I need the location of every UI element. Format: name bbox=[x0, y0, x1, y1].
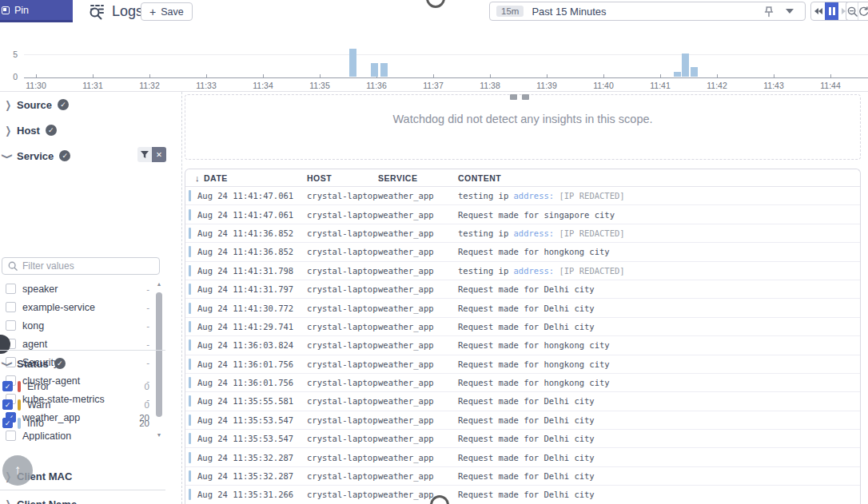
log-host: crystal-laptop bbox=[307, 453, 378, 462]
status-value-row[interactable]: ✓Warn0 bbox=[0, 395, 154, 414]
column-host-label[interactable]: HOST bbox=[307, 173, 378, 183]
chevron-down-icon[interactable] bbox=[786, 9, 794, 14]
log-row[interactable]: Aug 24 11:35:32.287crystal-laptopweather… bbox=[185, 448, 860, 466]
log-row[interactable]: Aug 24 11:36:01.756crystal-laptopweather… bbox=[185, 355, 860, 374]
time-range-badge: 15m bbox=[496, 6, 524, 17]
log-row[interactable]: Aug 24 11:36:03.824crystal-laptopweather… bbox=[185, 336, 860, 355]
log-service: weather_app bbox=[378, 453, 458, 462]
gridline-5 bbox=[24, 54, 868, 55]
save-button[interactable]: + Save bbox=[141, 2, 193, 21]
status-value-count: 0 bbox=[145, 400, 149, 410]
log-row[interactable]: Aug 24 11:35:32.287crystal-laptopweather… bbox=[185, 467, 860, 486]
service-checkbox[interactable] bbox=[6, 302, 16, 312]
log-date: Aug 24 11:36:03.824 bbox=[197, 340, 307, 350]
log-host: crystal-laptop bbox=[307, 340, 378, 350]
x-tick-label: 11:44 bbox=[813, 81, 848, 90]
log-date: Aug 24 11:35:53.547 bbox=[197, 434, 307, 443]
log-row[interactable]: Aug 24 11:41:47.061crystal-laptopweather… bbox=[185, 187, 860, 205]
pushpin-icon[interactable] bbox=[763, 6, 774, 18]
status-value-label: Info bbox=[27, 418, 44, 429]
log-status-bar bbox=[189, 395, 191, 407]
service-checkbox[interactable] bbox=[6, 284, 16, 294]
scrollbar-up-icon[interactable]: ▲ bbox=[155, 281, 163, 287]
log-row[interactable]: Aug 24 11:41:36.852crystal-laptopweather… bbox=[185, 224, 860, 243]
facet-value-row[interactable]: example-service- bbox=[0, 298, 154, 316]
refresh-icon[interactable] bbox=[858, 2, 868, 20]
facet-client-name[interactable]: ❯ Client Name bbox=[0, 495, 77, 504]
facet-value-row[interactable]: speaker- bbox=[0, 280, 154, 298]
pin-tab[interactable]: Pin bbox=[0, 0, 73, 22]
histogram-bar[interactable] bbox=[380, 63, 388, 77]
column-content-label[interactable]: CONTENT bbox=[458, 173, 860, 183]
service-list-scrollbar[interactable]: ▲ ▼ bbox=[155, 281, 163, 438]
x-tick-mark bbox=[774, 74, 774, 78]
log-row[interactable]: Aug 24 11:41:30.772crystal-laptopweather… bbox=[185, 299, 860, 317]
log-host: crystal-laptop bbox=[307, 471, 378, 481]
pause-button[interactable] bbox=[825, 2, 838, 20]
log-row[interactable]: Aug 24 11:35:31.266crystal-laptopweather… bbox=[185, 486, 860, 504]
log-date: Aug 24 11:41:30.772 bbox=[197, 304, 307, 313]
scroll-to-top-button[interactable]: ↑ bbox=[2, 455, 33, 486]
log-volume-chart[interactable]: 5 0 11:3011:3111:3211:3311:3411:3511:361… bbox=[0, 22, 868, 92]
column-date-sort[interactable]: ↓ DATE bbox=[195, 173, 307, 183]
x-tick-mark bbox=[263, 74, 264, 78]
histogram-bar[interactable] bbox=[349, 49, 356, 77]
scrollbar-down-icon[interactable]: ▼ bbox=[155, 432, 163, 438]
x-tick-mark bbox=[433, 74, 434, 78]
log-row[interactable]: Aug 24 11:35:53.547crystal-laptopweather… bbox=[185, 430, 860, 448]
x-tick-label: 11:43 bbox=[756, 81, 791, 90]
histogram-bar[interactable] bbox=[371, 63, 378, 77]
status-value-row[interactable]: ✓Info20 bbox=[0, 414, 154, 432]
log-status-bar bbox=[189, 470, 191, 482]
log-row[interactable]: Aug 24 11:41:29.741crystal-laptopweather… bbox=[185, 318, 860, 336]
facet-service[interactable]: ❯ Service ✓ bbox=[0, 147, 70, 165]
log-host: crystal-laptop bbox=[307, 247, 378, 256]
log-row[interactable]: Aug 24 11:35:55.581crystal-laptopweather… bbox=[185, 392, 860, 411]
log-row[interactable]: Aug 24 11:41:36.852crystal-laptopweather… bbox=[185, 243, 860, 261]
log-date: Aug 24 11:35:55.581 bbox=[197, 396, 307, 406]
x-tick-label: 11:40 bbox=[586, 81, 621, 90]
status-value-label: Warn bbox=[27, 399, 50, 411]
log-status-bar bbox=[189, 377, 191, 388]
service-facet-actions: ✕ bbox=[137, 147, 166, 162]
log-content: Request made for singapore city bbox=[458, 210, 860, 220]
log-row[interactable]: Aug 24 11:41:47.061crystal-laptopweather… bbox=[185, 205, 860, 224]
histogram-bar[interactable] bbox=[691, 67, 698, 77]
search-icon bbox=[8, 261, 18, 271]
facet-host[interactable]: ❯ Host ✓ bbox=[0, 121, 57, 139]
facet-service-label: Service bbox=[17, 150, 54, 162]
log-row[interactable]: Aug 24 11:41:31.797crystal-laptopweather… bbox=[185, 280, 860, 299]
column-service-label[interactable]: SERVICE bbox=[378, 173, 458, 183]
column-date-label: DATE bbox=[204, 173, 228, 183]
log-row[interactable]: Aug 24 11:41:31.798crystal-laptopweather… bbox=[185, 262, 860, 280]
zoom-out-icon[interactable] bbox=[846, 2, 858, 20]
facet-check-icon: ✓ bbox=[46, 125, 57, 136]
skip-back-button[interactable] bbox=[811, 2, 825, 20]
scrollbar-thumb[interactable] bbox=[156, 292, 162, 417]
x-tick-label: 11:35 bbox=[302, 81, 337, 90]
log-host: crystal-laptop bbox=[307, 191, 378, 200]
log-content: Request made for Delhi city bbox=[458, 415, 860, 425]
time-range-selector[interactable]: 15m Past 15 Minutes bbox=[489, 2, 806, 21]
status-checkbox[interactable]: ✓ bbox=[2, 381, 13, 391]
facet-status[interactable]: ❯ Status ✓ bbox=[0, 355, 66, 372]
log-row[interactable]: Aug 24 11:36:01.756crystal-laptopweather… bbox=[185, 374, 860, 392]
service-filter-input[interactable]: Filter values bbox=[2, 257, 160, 275]
clear-filter-icon[interactable]: ✕ bbox=[152, 147, 166, 162]
status-checkbox[interactable]: ✓ bbox=[2, 399, 13, 410]
log-row[interactable]: Aug 24 11:35:53.547crystal-laptopweather… bbox=[185, 411, 860, 430]
x-tick-label: 11:42 bbox=[699, 81, 735, 90]
filter-icon[interactable] bbox=[137, 147, 152, 162]
log-host: crystal-laptop bbox=[307, 434, 378, 443]
service-checkbox[interactable] bbox=[6, 320, 16, 331]
histogram-bar[interactable] bbox=[674, 72, 681, 77]
facet-value-row[interactable]: kong- bbox=[0, 316, 154, 335]
x-tick-label: 11:41 bbox=[643, 81, 678, 90]
tab-logs[interactable]: Logs bbox=[88, 0, 143, 22]
log-status-bar bbox=[189, 321, 191, 332]
facet-value-label: speaker bbox=[22, 284, 58, 295]
status-checkbox[interactable]: ✓ bbox=[2, 418, 13, 428]
histogram-bar[interactable] bbox=[682, 54, 689, 77]
facet-source[interactable]: ❯ Source ✓ bbox=[0, 96, 69, 113]
status-value-row[interactable]: ✓Error0 bbox=[0, 377, 154, 395]
